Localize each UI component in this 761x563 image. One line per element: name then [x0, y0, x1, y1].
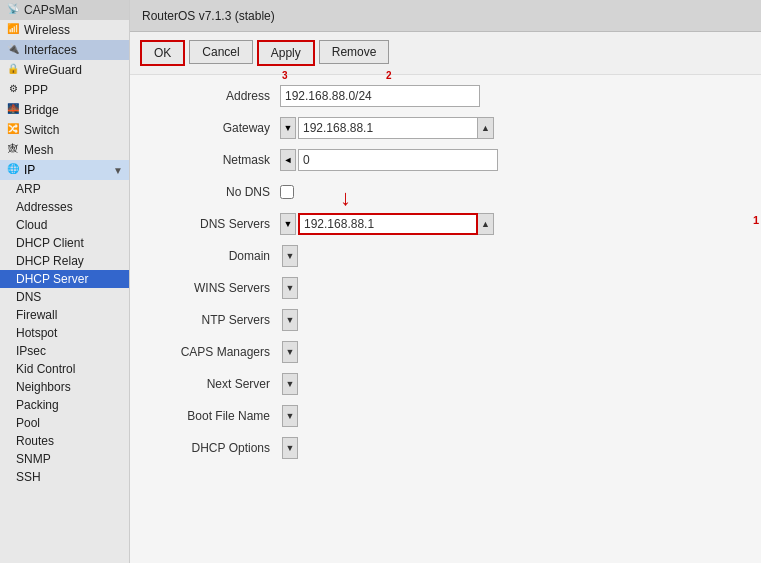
dhcp-options-row: DHCP Options ▼	[150, 435, 741, 461]
sidebar-sub-dns[interactable]: DNS	[0, 288, 129, 306]
address-label: Address	[150, 89, 280, 103]
remove-button[interactable]: Remove	[319, 40, 390, 64]
sidebar-sub-ssh[interactable]: SSH	[0, 468, 129, 486]
main-panel: RouterOS v7.1.3 (stable) OK Cancel Apply…	[130, 0, 761, 563]
ip-icon: 🌐	[6, 163, 20, 177]
sidebar-item-ip[interactable]: 🌐 IP ▼	[0, 160, 129, 180]
sidebar-sub-cloud[interactable]: Cloud	[0, 216, 129, 234]
netmask-row: Netmask ◄	[150, 147, 741, 173]
caps-dropdown-btn[interactable]: ▼	[282, 341, 298, 363]
wireguard-icon: 🔒	[6, 63, 20, 77]
sidebar-label-ip: IP	[24, 163, 35, 177]
sidebar-item-capsman[interactable]: 📡 CAPsMan	[0, 0, 129, 20]
sidebar-sub-packing[interactable]: Packing	[0, 396, 129, 414]
ok-badge: 3	[282, 70, 288, 81]
sidebar-item-interfaces[interactable]: 🔌 Interfaces	[0, 40, 129, 60]
next-server-label: Next Server	[150, 377, 280, 391]
gateway-expand-btn[interactable]: ▼	[280, 117, 296, 139]
dhcp-client-label: DHCP Client	[16, 236, 84, 250]
sidebar-sub-dhcp-relay[interactable]: DHCP Relay	[0, 252, 129, 270]
dns-servers-input[interactable]	[298, 213, 478, 235]
netmask-expand-btn[interactable]: ◄	[280, 149, 296, 171]
ppp-icon: ⚙	[6, 83, 20, 97]
dhcp-options-label: DHCP Options	[150, 441, 280, 455]
dns-expand-btn[interactable]: ▼	[280, 213, 296, 235]
ntp-dropdown-btn[interactable]: ▼	[282, 309, 298, 331]
apply-button[interactable]: Apply	[257, 40, 315, 66]
snmp-label: SNMP	[16, 452, 51, 466]
sidebar-label-wireless: Wireless	[24, 23, 70, 37]
sidebar-sub-dhcp-client[interactable]: DHCP Client	[0, 234, 129, 252]
sidebar-sub-addresses[interactable]: Addresses	[0, 198, 129, 216]
sidebar-sub-pool[interactable]: Pool	[0, 414, 129, 432]
interfaces-icon: 🔌	[6, 43, 20, 57]
sidebar-sub-kid-control[interactable]: Kid Control	[0, 360, 129, 378]
sidebar-sub-neighbors[interactable]: Neighbors	[0, 378, 129, 396]
mesh-icon: 🕸	[6, 143, 20, 157]
firewall-label: Firewall	[16, 308, 57, 322]
caps-label: CAPS Managers	[150, 345, 280, 359]
hotspot-label: Hotspot	[16, 326, 57, 340]
gateway-label: Gateway	[150, 121, 280, 135]
sidebar-sub-hotspot[interactable]: Hotspot	[0, 324, 129, 342]
next-server-dropdown-btn[interactable]: ▼	[282, 373, 298, 395]
ok-button[interactable]: OK	[140, 40, 185, 66]
sidebar-item-bridge[interactable]: 🌉 Bridge	[0, 100, 129, 120]
sidebar-sub-dhcp-server[interactable]: DHCP Server	[0, 270, 129, 288]
netmask-label: Netmask	[150, 153, 280, 167]
no-dns-label: No DNS	[150, 185, 280, 199]
routes-label: Routes	[16, 434, 54, 448]
chevron-down-icon: ▼	[113, 165, 123, 176]
wireless-icon: 📶	[6, 23, 20, 37]
wins-dropdown-btn[interactable]: ▼	[282, 277, 298, 299]
gateway-up-btn[interactable]: ▲	[478, 117, 494, 139]
sidebar-item-mesh[interactable]: 🕸 Mesh	[0, 140, 129, 160]
sidebar-label-capsman: CAPsMan	[24, 3, 78, 17]
gateway-input[interactable]	[298, 117, 478, 139]
apply-badge: 2	[386, 70, 392, 81]
bridge-icon: 🌉	[6, 103, 20, 117]
sidebar-item-wireless[interactable]: 📶 Wireless	[0, 20, 129, 40]
dns-badge: 1	[753, 214, 759, 226]
domain-dropdown-btn[interactable]: ▼	[282, 245, 298, 267]
sidebar-sub-routes[interactable]: Routes	[0, 432, 129, 450]
boot-file-label: Boot File Name	[150, 409, 280, 423]
sidebar-item-wireguard[interactable]: 🔒 WireGuard	[0, 60, 129, 80]
dhcp-options-dropdown-btn[interactable]: ▼	[282, 437, 298, 459]
dns-up-btn[interactable]: ▲	[478, 213, 494, 235]
arp-label: ARP	[16, 182, 41, 196]
dns-servers-row: DNS Servers ▼ ▲ ↓ 1	[150, 211, 741, 237]
arrow-down-icon: ↓	[340, 185, 351, 211]
sidebar-sub-firewall[interactable]: Firewall	[0, 306, 129, 324]
address-row: Address	[150, 83, 741, 109]
sidebar-label-ppp: PPP	[24, 83, 48, 97]
sidebar-sub-ipsec[interactable]: IPsec	[0, 342, 129, 360]
sidebar-sub-snmp[interactable]: SNMP	[0, 450, 129, 468]
sidebar-item-ppp[interactable]: ⚙ PPP	[0, 80, 129, 100]
no-dns-checkbox[interactable]	[280, 185, 294, 199]
neighbors-label: Neighbors	[16, 380, 71, 394]
addresses-label: Addresses	[16, 200, 73, 214]
dhcp-relay-label: DHCP Relay	[16, 254, 84, 268]
packing-label: Packing	[16, 398, 59, 412]
cancel-button[interactable]: Cancel	[189, 40, 252, 64]
sidebar-label-wireguard: WireGuard	[24, 63, 82, 77]
form-container: Address Gateway ▼ ▲ Netmask ◄ No DNS DNS…	[130, 75, 761, 475]
boot-file-row: Boot File Name ▼	[150, 403, 741, 429]
caps-row: CAPS Managers ▼	[150, 339, 741, 365]
sidebar-item-switch[interactable]: 🔀 Switch	[0, 120, 129, 140]
address-input[interactable]	[280, 85, 480, 107]
gateway-row: Gateway ▼ ▲	[150, 115, 741, 141]
switch-icon: 🔀	[6, 123, 20, 137]
netmask-input[interactable]	[298, 149, 498, 171]
ssh-label: SSH	[16, 470, 41, 484]
sidebar-label-bridge: Bridge	[24, 103, 59, 117]
ntp-label: NTP Servers	[150, 313, 280, 327]
wins-row: WINS Servers ▼	[150, 275, 741, 301]
sidebar-sub-arp[interactable]: ARP	[0, 180, 129, 198]
domain-label: Domain	[150, 249, 280, 263]
ipsec-label: IPsec	[16, 344, 46, 358]
toolbar: OK Cancel Apply Remove 3 2	[130, 32, 761, 75]
boot-file-dropdown-btn[interactable]: ▼	[282, 405, 298, 427]
dns-servers-label: DNS Servers	[150, 217, 280, 231]
